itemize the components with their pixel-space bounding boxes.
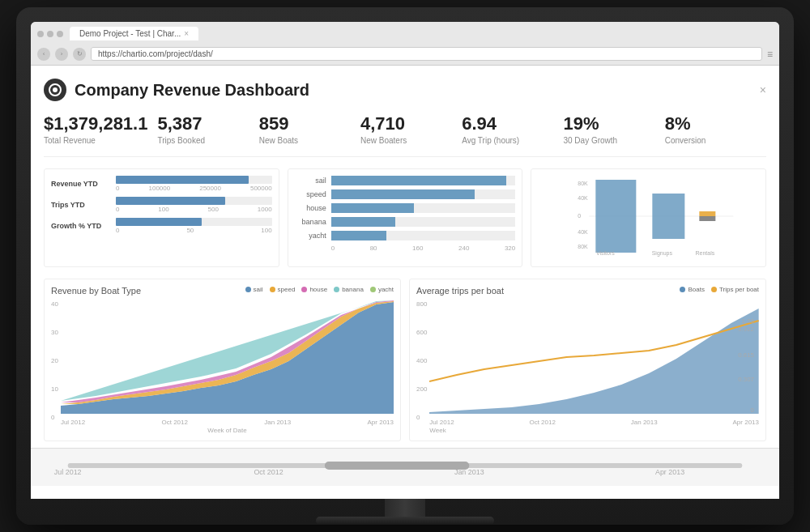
dot-green xyxy=(57,31,63,37)
legend-dot-speed xyxy=(270,287,275,292)
x-axis-label-left: Week of Date xyxy=(207,427,246,434)
kpi-value-revenue: $1,379,281.1 xyxy=(44,114,147,134)
boat-axis: 080160240320 xyxy=(295,245,516,252)
boat-bar-sail: sail xyxy=(295,176,516,185)
kpi-value-conversion: 8% xyxy=(665,114,757,134)
boat-bar-house: house xyxy=(295,203,516,213)
boat-wrap-yacht xyxy=(331,231,516,240)
browser-nav: ‹ › ↻ https://chartio.com/project/dash/ … xyxy=(37,44,773,65)
kpi-value-boaters: 4,710 xyxy=(360,114,452,134)
svg-rect-10 xyxy=(653,194,685,216)
hbar-bg-trips xyxy=(116,197,272,205)
boat-bar-banana: banana xyxy=(295,217,516,227)
svg-text:0: 0 xyxy=(751,406,754,413)
legend-label-banana: banana xyxy=(342,286,364,293)
monitor-screen: Demo Project - Test | Char... × ‹ › ↻ ht… xyxy=(31,22,779,498)
hbar-axis-revenue: 0100000250000500000 xyxy=(116,185,272,192)
kpi-label-boats: New Boats xyxy=(259,136,351,145)
browser-chrome: Demo Project - Test | Char... × ‹ › ↻ ht… xyxy=(31,22,779,66)
dashboard-logo xyxy=(44,79,66,101)
monitor-base xyxy=(31,499,779,525)
tab-label: Demo Project - Test | Char... xyxy=(79,29,181,38)
legend-dot-sail xyxy=(245,287,251,292)
x-tick-oct2012-left: Oct 2012 xyxy=(161,419,187,426)
kpi-total-revenue: $1,379,281.1 Total Revenue xyxy=(44,114,157,144)
boat-bg-house xyxy=(331,203,516,213)
dashboard-title-row: Company Revenue Dashboard xyxy=(44,79,309,101)
boat-fill-house xyxy=(331,203,414,213)
legend-label-sail: sail xyxy=(254,286,263,293)
bottom-timeline: Jul 2012 Oct 2012 Jan 2013 Apr 2013 xyxy=(31,448,779,486)
legend-dot-yacht xyxy=(370,287,376,292)
forward-button[interactable]: › xyxy=(55,48,68,61)
hbar-fill-growth xyxy=(116,218,202,226)
hbar-label-growth: Growth % YTD xyxy=(51,222,116,230)
y-tick-600: 600 xyxy=(416,329,427,336)
legend-dot-banana xyxy=(334,287,339,292)
charts-top-row: Revenue YTD 0100000250000500000 xyxy=(44,168,766,267)
y-tick-800: 800 xyxy=(416,300,427,308)
y-tick-200: 200 xyxy=(416,385,427,393)
svg-text:0.922: 0.922 xyxy=(739,326,755,332)
kpi-new-boats: 859 New Boats xyxy=(259,114,360,144)
kpi-label-growth: 30 Day Growth xyxy=(563,136,654,145)
svg-rect-24 xyxy=(325,462,469,470)
kpi-row: $1,379,281.1 Total Revenue 5,387 Trips B… xyxy=(44,114,766,156)
x-tick-jan2013-left: Jan 2013 xyxy=(264,419,291,426)
kpi-value-trips: 5,387 xyxy=(157,114,249,134)
svg-text:40K: 40K xyxy=(578,229,589,235)
y-tick-0: 0 xyxy=(51,414,58,421)
dot-red xyxy=(37,31,44,37)
avg-trips-legend: Boats Trips per boat xyxy=(680,286,759,293)
back-button[interactable]: ‹ xyxy=(37,48,50,61)
avg-trips-chart-title: Average trips per boat xyxy=(416,286,504,296)
y-tick-20: 20 xyxy=(51,357,58,364)
address-bar[interactable]: https://chartio.com/project/dash/ xyxy=(91,47,762,61)
hbar-row-growth: Growth % YTD 050100 xyxy=(51,218,272,234)
boat-fill-banana xyxy=(331,217,396,227)
svg-rect-13 xyxy=(700,216,716,221)
browser-tab[interactable]: Demo Project - Test | Char... × xyxy=(70,27,198,40)
legend-dot-house xyxy=(301,287,307,292)
svg-rect-11 xyxy=(653,216,685,239)
refresh-button[interactable]: ↻ xyxy=(73,48,86,61)
kpi-value-boats: 859 xyxy=(259,114,351,134)
dashboard-header: Company Revenue Dashboard × xyxy=(44,79,766,101)
legend-label-speed: speed xyxy=(278,286,296,293)
svg-text:80K: 80K xyxy=(578,244,589,249)
svg-text:Rentals: Rentals xyxy=(696,250,715,256)
y-tick-30: 30 xyxy=(51,329,58,336)
kpi-trips-booked: 5,387 Trips Booked xyxy=(157,114,258,144)
svg-point-1 xyxy=(53,87,58,92)
boat-bg-yacht xyxy=(331,231,516,240)
tab-close-icon[interactable]: × xyxy=(184,29,189,38)
boat-fill-speed xyxy=(331,189,475,199)
menu-icon[interactable]: ≡ xyxy=(767,49,773,60)
hbar-axis-trips: 01005001000 xyxy=(116,206,272,213)
y-tick-400: 400 xyxy=(416,357,427,364)
x-tick-jan2013-right: Jan 2013 xyxy=(631,419,658,426)
hbar-bg-revenue xyxy=(116,176,272,184)
legend-sail: sail xyxy=(245,286,263,293)
legend-label-boats: Boats xyxy=(688,286,704,293)
hbar-row-revenue: Revenue YTD 0100000250000500000 xyxy=(51,176,272,192)
boat-label-house: house xyxy=(295,204,331,212)
boat-bg-speed xyxy=(331,189,516,199)
x-tick-oct2012-right: Oct 2012 xyxy=(529,419,555,426)
y-tick-0r: 0 xyxy=(416,414,427,421)
dashboard-title: Company Revenue Dashboard xyxy=(75,81,309,100)
boat-label-speed: speed xyxy=(295,190,331,198)
svg-rect-12 xyxy=(700,211,716,216)
charts-bottom-row: Revenue by Boat Type sail speed xyxy=(44,279,766,441)
x-tick-apr2013-left: Apr 2013 xyxy=(368,419,394,426)
svg-rect-9 xyxy=(596,216,637,253)
svg-text:1.23: 1.23 xyxy=(742,317,754,324)
dashboard-close-button[interactable]: × xyxy=(760,83,766,96)
kpi-bars-chart: Revenue YTD 0100000250000500000 xyxy=(44,168,279,267)
kpi-30day-growth: 19% 30 Day Growth xyxy=(563,114,664,144)
kpi-label-avg-trip: Avg Trip (hours) xyxy=(462,136,553,145)
legend-boats: Boats xyxy=(680,286,704,293)
kpi-value-avg-trip: 6.94 xyxy=(462,114,553,134)
monitor-base-plate xyxy=(316,517,494,525)
x-tick-jul2012-right: Jul 2012 xyxy=(429,419,454,426)
